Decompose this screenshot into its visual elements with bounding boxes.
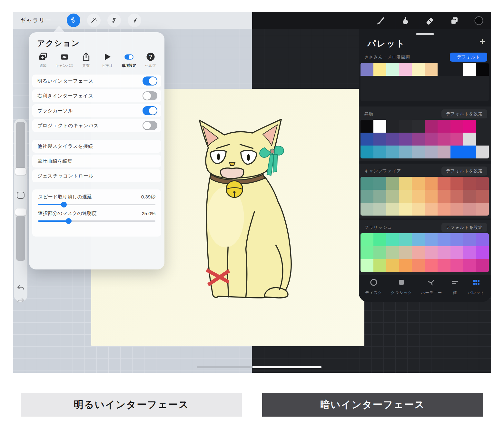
color-swatch[interactable] (386, 146, 399, 158)
color-swatch[interactable] (463, 133, 476, 146)
default-badge[interactable]: デフォルト (450, 53, 487, 62)
color-swatch[interactable] (476, 203, 489, 216)
action-tab-add[interactable]: 追加 (32, 52, 54, 68)
opacity-slider[interactable] (16, 216, 25, 261)
color-swatch[interactable] (386, 120, 399, 133)
color-swatch[interactable] (425, 203, 438, 216)
color-swatch[interactable] (412, 89, 425, 102)
color-swatch[interactable] (425, 259, 438, 272)
color-swatch[interactable] (386, 203, 399, 216)
color-swatch[interactable] (361, 89, 373, 102)
color-swatch[interactable] (450, 89, 463, 102)
color-swatch[interactable] (438, 63, 450, 76)
color-swatch[interactable] (450, 259, 463, 272)
color-swatch[interactable] (386, 233, 399, 246)
color-swatch[interactable] (361, 120, 373, 133)
menu-item[interactable]: 他社製スタイラスを接続 (32, 140, 161, 153)
opacity-slider-thumb[interactable] (15, 208, 26, 216)
color-swatch[interactable] (412, 259, 425, 272)
color-swatch[interactable] (438, 177, 450, 190)
color-swatch[interactable] (450, 246, 463, 259)
color-swatch[interactable] (476, 259, 489, 272)
transform-arrow-icon[interactable] (128, 14, 141, 27)
toggle-switch[interactable] (143, 91, 157, 100)
set-default-button[interactable]: デフォルトを設定 (441, 223, 487, 232)
color-swatch[interactable] (399, 133, 412, 146)
color-swatch[interactable] (373, 120, 386, 133)
color-swatch[interactable] (412, 203, 425, 216)
color-swatch[interactable] (399, 120, 412, 133)
color-swatch[interactable] (361, 233, 373, 246)
color-swatch[interactable] (399, 190, 412, 203)
color-swatch[interactable] (438, 233, 450, 246)
gallery-button[interactable]: ギャラリー (20, 16, 51, 24)
brush-size-slider[interactable] (16, 122, 25, 175)
brush-icon[interactable] (374, 14, 387, 27)
action-tab-video[interactable]: ビデオ (97, 52, 118, 68)
layers-icon[interactable] (448, 14, 461, 27)
color-swatch[interactable] (425, 146, 438, 158)
brush-size-slider-thumb[interactable] (15, 168, 26, 175)
toggle-switch[interactable] (143, 121, 157, 130)
color-swatch[interactable] (450, 120, 463, 133)
color-swatch[interactable] (476, 89, 489, 102)
color-swatch[interactable] (438, 89, 450, 102)
toggle-switch[interactable] (143, 106, 157, 115)
color-swatch[interactable] (399, 233, 412, 246)
color-swatch[interactable] (361, 133, 373, 146)
color-swatch[interactable] (386, 259, 399, 272)
color-swatch[interactable] (399, 203, 412, 216)
color-swatch[interactable] (476, 190, 489, 203)
action-tab-share[interactable]: 共有 (75, 52, 97, 68)
panel-drag-handle[interactable] (416, 33, 434, 35)
color-mode-tab-harmony[interactable]: ハーモニー (421, 278, 442, 296)
color-swatch[interactable] (386, 246, 399, 259)
color-swatch[interactable] (386, 89, 399, 102)
color-swatch[interactable] (450, 76, 463, 89)
color-swatch[interactable] (399, 177, 412, 190)
color-swatch[interactable] (425, 190, 438, 203)
color-swatch[interactable] (412, 76, 425, 89)
color-swatch[interactable] (438, 259, 450, 272)
color-swatch[interactable] (463, 63, 476, 76)
color-swatch[interactable] (463, 246, 476, 259)
color-swatch[interactable] (450, 146, 463, 158)
undo-icon[interactable] (17, 284, 25, 292)
color-swatch[interactable] (361, 246, 373, 259)
color-swatch[interactable] (386, 133, 399, 146)
slider-track[interactable] (38, 204, 155, 205)
color-swatch[interactable] (438, 146, 450, 158)
color-swatch[interactable] (386, 190, 399, 203)
color-swatch[interactable] (412, 246, 425, 259)
color-swatch[interactable] (450, 133, 463, 146)
color-swatch[interactable] (412, 177, 425, 190)
color-swatch[interactable] (361, 177, 373, 190)
color-swatch[interactable] (438, 133, 450, 146)
action-tab-canvas[interactable]: キャンバス (54, 52, 75, 68)
color-swatch[interactable] (373, 63, 386, 76)
color-mode-tab-disk[interactable]: ディスク (365, 278, 382, 296)
color-swatch[interactable] (412, 190, 425, 203)
adjustments-wand-icon[interactable] (87, 14, 101, 27)
color-swatch[interactable] (399, 63, 412, 76)
color-swatch[interactable] (399, 76, 412, 89)
color-swatch[interactable] (412, 120, 425, 133)
color-swatch[interactable] (412, 233, 425, 246)
color-swatch[interactable] (463, 146, 476, 158)
color-swatch[interactable] (463, 203, 476, 216)
color-swatch[interactable] (463, 233, 476, 246)
color-swatch[interactable] (438, 190, 450, 203)
color-swatch[interactable] (438, 76, 450, 89)
color-swatch[interactable] (386, 177, 399, 190)
eraser-icon[interactable] (423, 14, 436, 27)
color-swatch[interactable] (438, 203, 450, 216)
color-swatch[interactable] (361, 63, 373, 76)
color-swatch[interactable] (373, 177, 386, 190)
menu-item[interactable]: 筆圧曲線を編集 (32, 155, 161, 167)
color-swatch[interactable] (373, 259, 386, 272)
color-swatch[interactable] (463, 177, 476, 190)
home-indicator-dark-segment[interactable] (253, 366, 321, 368)
color-swatch[interactable] (438, 246, 450, 259)
color-swatch[interactable] (399, 246, 412, 259)
color-swatch[interactable] (399, 146, 412, 158)
